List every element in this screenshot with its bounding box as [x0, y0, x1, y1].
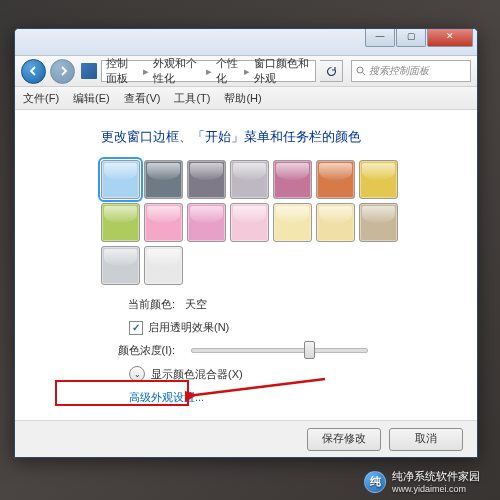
transparency-row: ✓ 启用透明效果(N) — [129, 320, 477, 335]
color-swatch[interactable] — [230, 160, 269, 199]
color-swatch[interactable] — [187, 160, 226, 199]
current-color-label: 当前颜色: — [101, 297, 175, 312]
menu-tools[interactable]: 工具(T) — [174, 91, 210, 106]
watermark-icon: 纯 — [364, 471, 386, 493]
color-swatch[interactable] — [359, 203, 398, 242]
menu-view[interactable]: 查看(V) — [124, 91, 161, 106]
color-swatch[interactable] — [273, 203, 312, 242]
save-button[interactable]: 保存修改 — [307, 428, 381, 451]
color-swatch[interactable] — [144, 160, 183, 199]
control-panel-icon — [81, 63, 97, 79]
chevron-down-icon: ⌄ — [129, 366, 145, 382]
color-swatch[interactable] — [230, 203, 269, 242]
color-swatch-grid — [101, 160, 437, 285]
back-button[interactable] — [21, 59, 46, 84]
breadcrumb-part[interactable]: 控制面板 — [106, 56, 139, 86]
refresh-button[interactable] — [320, 60, 343, 82]
color-swatch[interactable] — [316, 203, 355, 242]
current-color-name: 天空 — [185, 297, 207, 312]
intensity-slider[interactable] — [191, 348, 368, 353]
breadcrumb-part[interactable]: 外观和个性化 — [153, 56, 202, 86]
color-swatch[interactable] — [359, 160, 398, 199]
menu-help[interactable]: 帮助(H) — [224, 91, 261, 106]
nav-bar: 控制面板▸ 外观和个性化▸ 个性化▸ 窗口颜色和外观 搜索控制面板 — [15, 56, 477, 87]
advanced-settings-link[interactable]: 高级外观设置... — [129, 390, 204, 405]
color-swatch[interactable] — [144, 203, 183, 242]
search-placeholder: 搜索控制面板 — [369, 64, 429, 78]
slider-thumb[interactable] — [304, 341, 315, 359]
cancel-button[interactable]: 取消 — [389, 428, 463, 451]
chevron-right-icon: ▸ — [244, 65, 250, 78]
close-button[interactable]: ✕ — [427, 29, 473, 47]
chevron-right-icon: ▸ — [206, 65, 212, 78]
transparency-label: 启用透明效果(N) — [148, 320, 229, 335]
titlebar[interactable]: — ▢ ✕ — [15, 29, 477, 56]
svg-point-0 — [357, 67, 363, 73]
minimize-button[interactable]: — — [365, 29, 395, 47]
menu-file[interactable]: 文件(F) — [23, 91, 59, 106]
chevron-right-icon: ▸ — [143, 65, 149, 78]
color-swatch[interactable] — [316, 160, 355, 199]
content-area: 更改窗口边框、「开始」菜单和任务栏的颜色 当前颜色: 天空 ✓ 启用透明效果(N… — [15, 110, 477, 446]
menu-bar: 文件(F) 编辑(E) 查看(V) 工具(T) 帮助(H) — [15, 87, 477, 110]
button-bar: 保存修改 取消 — [15, 420, 477, 457]
current-color-row: 当前颜色: 天空 — [101, 297, 477, 312]
mixer-label: 显示颜色混合器(X) — [151, 367, 243, 382]
intensity-row: 颜色浓度(I): — [101, 343, 477, 358]
color-swatch[interactable] — [101, 246, 140, 285]
color-swatch[interactable] — [273, 160, 312, 199]
watermark-title: 纯净系统软件家园 — [392, 469, 480, 484]
maximize-button[interactable]: ▢ — [396, 29, 426, 47]
control-panel-window: — ▢ ✕ 控制面板▸ 外观和个性化▸ 个性化▸ 窗口颜色和外观 搜索控制面板 … — [14, 28, 478, 458]
page-title: 更改窗口边框、「开始」菜单和任务栏的颜色 — [101, 128, 477, 146]
intensity-label: 颜色浓度(I): — [101, 343, 175, 358]
color-swatch[interactable] — [101, 203, 140, 242]
watermark-url: www.yidaimei.com — [392, 484, 480, 494]
search-input[interactable]: 搜索控制面板 — [351, 60, 471, 82]
watermark: 纯 纯净系统软件家园 www.yidaimei.com — [364, 469, 480, 494]
breadcrumb-part[interactable]: 个性化 — [216, 56, 240, 86]
forward-button[interactable] — [50, 59, 75, 84]
color-swatch[interactable] — [101, 160, 140, 199]
color-swatch[interactable] — [187, 203, 226, 242]
color-swatch[interactable] — [144, 246, 183, 285]
menu-edit[interactable]: 编辑(E) — [73, 91, 110, 106]
mixer-toggle[interactable]: ⌄ 显示颜色混合器(X) — [129, 366, 477, 382]
breadcrumb-part[interactable]: 窗口颜色和外观 — [254, 56, 311, 86]
breadcrumb[interactable]: 控制面板▸ 外观和个性化▸ 个性化▸ 窗口颜色和外观 — [101, 60, 316, 82]
transparency-checkbox[interactable]: ✓ — [129, 321, 143, 335]
